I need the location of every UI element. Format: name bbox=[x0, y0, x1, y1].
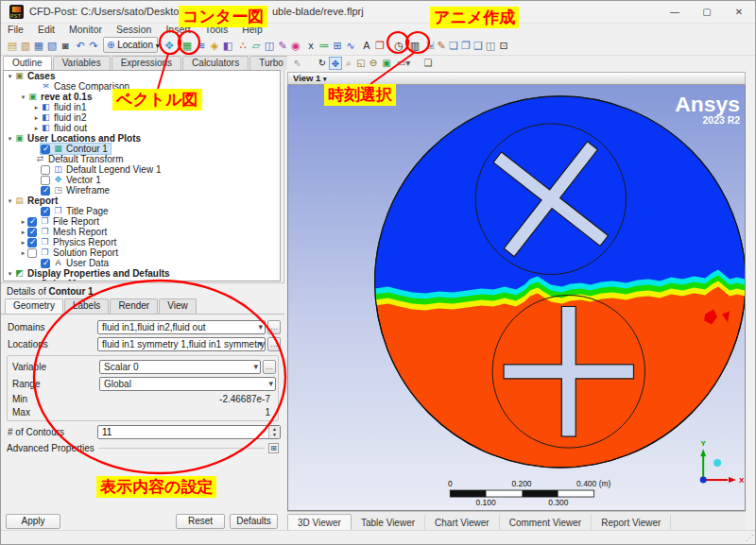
zoom-in-icon[interactable]: ⌕ bbox=[342, 57, 355, 70]
tree-item-user-data[interactable]: AUser Data bbox=[4, 258, 280, 268]
colormap-sphere-icon[interactable]: ◉ bbox=[288, 38, 303, 53]
tab-outline[interactable]: Outline bbox=[3, 56, 52, 70]
tree-item-user-locations-and-plots[interactable]: ▾▣User Locations and Plots bbox=[4, 133, 280, 144]
visibility-checkbox[interactable] bbox=[41, 176, 50, 185]
defaults-button[interactable]: Defaults bbox=[230, 514, 278, 529]
snapshot-icon[interactable]: ◙ bbox=[58, 38, 73, 53]
zoom-out-icon[interactable]: ⊖ bbox=[367, 57, 380, 70]
expander-icon[interactable]: ▸ bbox=[19, 249, 27, 257]
apply-button[interactable]: Apply bbox=[6, 514, 60, 529]
viewport-layout-icon[interactable]: ❏ bbox=[421, 57, 435, 70]
variable-combo[interactable]: Scalar 0 bbox=[99, 360, 261, 374]
menu-edit[interactable]: Edit bbox=[38, 24, 55, 36]
chart-icon[interactable]: ∿ bbox=[343, 38, 358, 53]
close-button[interactable]: ✕ bbox=[723, 1, 755, 24]
maximize-button[interactable]: ▢ bbox=[691, 1, 723, 24]
expander-icon[interactable]: ▾ bbox=[6, 270, 14, 278]
tab-variables[interactable]: Variables bbox=[53, 56, 111, 70]
tree-item-default-legend-view-1[interactable]: ◫Default Legend View 1 bbox=[4, 164, 280, 175]
location-dropdown[interactable]: ⊕ Location ▾ bbox=[103, 37, 158, 53]
menu-session[interactable]: Session bbox=[116, 24, 151, 36]
timestep-selector-icon[interactable]: ◷ bbox=[391, 38, 406, 53]
expander-icon[interactable]: ▸ bbox=[32, 125, 41, 132]
tree-item-label: Display Properties and Defaults bbox=[27, 268, 170, 279]
contours-stepper[interactable]: ▲▼ bbox=[268, 426, 280, 438]
domains-combo[interactable]: fluid in1,fluid in2,fluid out bbox=[97, 320, 266, 334]
tree-item-report[interactable]: ▾▤Report bbox=[4, 196, 280, 206]
tree-item-label: Physics Report bbox=[53, 237, 116, 247]
visibility-checkbox[interactable] bbox=[27, 217, 37, 227]
3d-viewport[interactable]: Ansys 2023 R2 0 0.200 0.400 (m) 0.100 0.… bbox=[287, 85, 746, 511]
volume-rendering-icon[interactable]: ◧ bbox=[220, 38, 235, 53]
domains-label: Domains bbox=[5, 322, 97, 332]
expander-icon[interactable]: ▾ bbox=[19, 94, 27, 101]
advanced-expand-button[interactable]: ⊞ bbox=[268, 443, 279, 453]
reset-button[interactable]: Reset bbox=[176, 514, 225, 529]
visibility-checkbox[interactable] bbox=[41, 186, 50, 196]
tree-item-title-page[interactable]: ❐Title Page bbox=[4, 206, 280, 216]
resize-grip[interactable]: ⋰ bbox=[746, 534, 753, 542]
tab-expressions[interactable]: Expressions bbox=[112, 56, 181, 70]
tree-item-file-report[interactable]: ▸❐File Report bbox=[4, 216, 280, 227]
tree-item-label: reve at 0.1s bbox=[41, 92, 93, 102]
fit-view-icon[interactable]: ▣ bbox=[380, 57, 393, 70]
tree-item-mesh-report[interactable]: ▸❐Mesh Report bbox=[4, 227, 280, 237]
expander-icon[interactable]: ▸ bbox=[19, 239, 27, 247]
tree-item-default-transform[interactable]: ⇄Default Transform bbox=[4, 154, 280, 164]
locations-picker-button[interactable]: … bbox=[267, 337, 281, 351]
tree-item-cases[interactable]: ▾▣Cases bbox=[4, 71, 280, 81]
contours-input[interactable] bbox=[97, 425, 281, 439]
probe-pick-icon[interactable]: ⇖ bbox=[291, 57, 304, 70]
tree-item-solution-report[interactable]: ▸❐Solution Report bbox=[4, 247, 280, 258]
tree-item-wireframe[interactable]: ◳Wireframe bbox=[4, 185, 280, 196]
command-editor-icon[interactable]: ⊡ bbox=[496, 38, 511, 53]
tree-item-color-maps[interactable]: ▸▤Color Maps bbox=[4, 279, 280, 281]
contour-icon[interactable]: ▦ bbox=[180, 38, 195, 53]
tree-item-label: Mesh Report bbox=[53, 227, 107, 237]
locations-combo[interactable]: fluid in1 symmetry 1,fluid in1 symmetry … bbox=[97, 337, 266, 351]
tree-item-physics-report[interactable]: ▸❐Physics Report bbox=[4, 237, 280, 247]
pan-icon[interactable]: ✥ bbox=[329, 57, 342, 70]
tree-item-display-properties-and-defaults[interactable]: ▾◩Display Properties and Defaults bbox=[4, 268, 280, 279]
max-label: Max bbox=[9, 407, 99, 417]
menu-monitor[interactable]: Monitor bbox=[69, 24, 102, 36]
expander-icon[interactable]: ▸ bbox=[19, 229, 27, 236]
expander-icon[interactable]: ▸ bbox=[19, 218, 27, 226]
expander-icon[interactable]: ▾ bbox=[6, 197, 14, 205]
tree-item-vector-1[interactable]: ✥Vector 1 bbox=[4, 175, 280, 185]
details-tab-labels[interactable]: Labels bbox=[64, 298, 109, 314]
details-tab-view[interactable]: View bbox=[159, 298, 197, 314]
tree-item-contour-1[interactable]: ▦Contour 1 bbox=[4, 144, 280, 154]
expander-icon[interactable]: ▸ bbox=[32, 114, 41, 122]
figure-icon[interactable]: ❐ bbox=[372, 38, 387, 53]
animation-icon[interactable]: ▥ bbox=[407, 38, 422, 53]
details-tab-geometry[interactable]: Geometry bbox=[5, 298, 63, 314]
expander-icon[interactable]: ▸ bbox=[19, 281, 27, 282]
visibility-checkbox[interactable] bbox=[41, 145, 50, 154]
visibility-checkbox[interactable] bbox=[41, 207, 50, 216]
visibility-checkbox[interactable] bbox=[41, 259, 50, 268]
visibility-checkbox[interactable] bbox=[41, 165, 50, 175]
vector-icon[interactable]: ✥ bbox=[162, 38, 177, 53]
expander-icon[interactable]: ▾ bbox=[6, 73, 14, 80]
visibility-checkbox[interactable] bbox=[27, 228, 37, 237]
variable-picker-button[interactable]: … bbox=[263, 360, 276, 374]
expander-icon[interactable]: ▸ bbox=[32, 104, 41, 111]
rotate-icon[interactable]: ↻ bbox=[316, 57, 329, 70]
tab-calculators[interactable]: Calculators bbox=[182, 56, 249, 70]
minimize-button[interactable]: — bbox=[659, 1, 691, 24]
report-page-icon: ❐ bbox=[40, 227, 50, 237]
range-combo[interactable]: Global bbox=[99, 377, 276, 391]
tree-item-fluid-in2[interactable]: ▸◧fluid in2 bbox=[4, 112, 280, 123]
domains-picker-button[interactable]: … bbox=[267, 320, 281, 334]
tree-item-fluid-out[interactable]: ▸◧fluid out bbox=[4, 123, 280, 133]
redo-icon[interactable]: ↷ bbox=[86, 38, 101, 53]
projection-mode-icon[interactable]: ▭▾ bbox=[393, 57, 414, 70]
zoom-box-icon[interactable]: ◱ bbox=[354, 57, 368, 70]
view-selector[interactable]: View 1 ▾ bbox=[287, 72, 746, 85]
menu-file[interactable]: File bbox=[8, 24, 24, 36]
visibility-checkbox[interactable] bbox=[27, 238, 37, 247]
expander-icon[interactable]: ▾ bbox=[6, 135, 14, 143]
details-tab-render[interactable]: Render bbox=[110, 298, 158, 314]
visibility-checkbox[interactable] bbox=[27, 248, 37, 258]
